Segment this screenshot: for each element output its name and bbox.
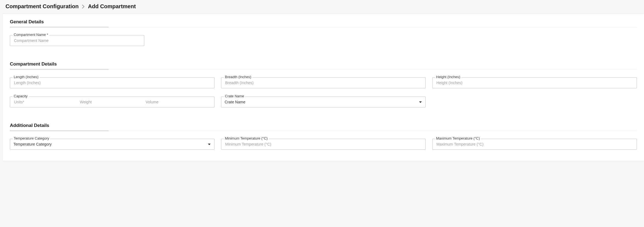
- temperature-category-field: Temperature Category Temperature Categor…: [10, 139, 214, 150]
- compartment-name-field: Compartment Name *: [10, 35, 144, 46]
- spacer: [432, 97, 637, 107]
- field-label: Capacity: [13, 94, 29, 98]
- breadth-field: Breadth (Inches): [221, 77, 426, 88]
- crate-name-placeholder: Crate Name: [225, 100, 419, 104]
- field-label: Temperature Category: [13, 136, 50, 140]
- breadcrumb: Compartment Configuration Add Compartmen…: [0, 0, 644, 13]
- chevron-right-icon: [82, 5, 85, 8]
- capacity-weight-input[interactable]: [79, 100, 145, 104]
- length-input[interactable]: [13, 80, 211, 85]
- height-input[interactable]: [436, 80, 633, 85]
- field-label: Minimum Temperature (°C): [224, 136, 269, 140]
- height-field: Height (Inches): [432, 77, 637, 88]
- capacity-field: Capacity: [10, 97, 214, 107]
- capacity-volume-input[interactable]: [145, 100, 211, 104]
- length-field: Length (Inches): [10, 77, 214, 88]
- breadcrumb-root[interactable]: Compartment Configuration: [5, 3, 79, 10]
- field-label: Compartment Name *: [13, 33, 49, 37]
- breadth-input[interactable]: [225, 80, 422, 85]
- field-label: Breadth (Inches): [224, 75, 252, 79]
- max-temp-field: Maximum Temperature (°C): [432, 139, 637, 150]
- capacity-units-input[interactable]: [13, 100, 79, 104]
- page: Compartment Configuration Add Compartmen…: [0, 0, 644, 227]
- temperature-category-placeholder: Temperature Category: [13, 142, 208, 146]
- section-title-additional: Additional Details: [10, 123, 637, 128]
- field-label: Maximum Temperature (°C): [435, 136, 481, 140]
- section-divider: [10, 69, 637, 70]
- breadcrumb-current: Add Compartment: [88, 3, 136, 10]
- compartment-name-input[interactable]: [13, 38, 141, 43]
- caret-down-icon: [208, 142, 211, 146]
- min-temp-input[interactable]: [225, 142, 422, 147]
- crate-name-select[interactable]: Crate Name: [221, 97, 426, 107]
- min-temp-field: Minimum Temperature (°C): [221, 139, 426, 150]
- section-title-details: Compartment Details: [10, 61, 637, 67]
- section-title-general: General Details: [10, 19, 637, 25]
- temperature-category-select[interactable]: Temperature Category: [10, 139, 214, 150]
- section-divider: [10, 130, 637, 131]
- crate-name-field: Crate Name Crate Name: [221, 97, 426, 107]
- field-label: Crate Name: [224, 94, 245, 98]
- caret-down-icon: [419, 100, 422, 104]
- field-label: Length (Inches): [13, 75, 39, 79]
- field-label: Height (Inches): [435, 75, 461, 79]
- max-temp-input[interactable]: [436, 142, 633, 147]
- section-divider: [10, 27, 637, 27]
- form-card: General Details Compartment Name * Compa…: [3, 13, 644, 161]
